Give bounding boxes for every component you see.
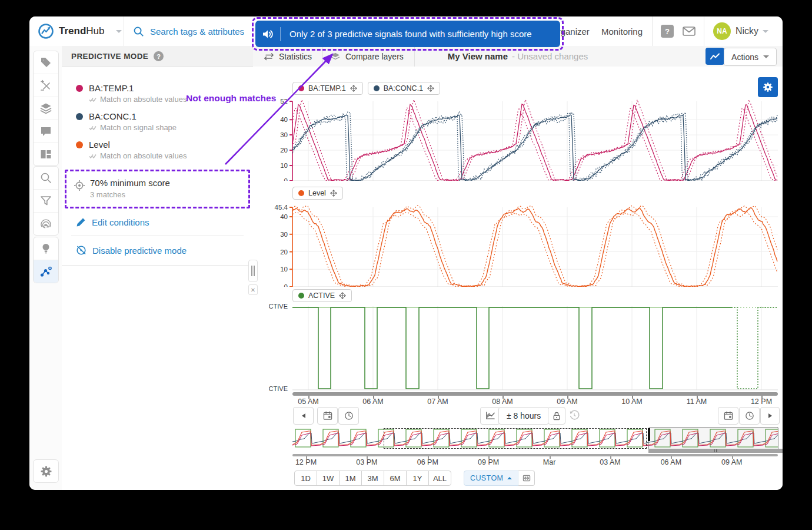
global-search[interactable] [133, 16, 272, 46]
selector-left-handle[interactable] [648, 428, 650, 441]
lane3-legend: ACTIVE [292, 289, 352, 302]
nav-divider-1 [652, 16, 653, 46]
overview-label: Mar [533, 458, 566, 466]
tags-tool-button[interactable] [34, 51, 58, 74]
user-menu[interactable]: Nicky [736, 16, 768, 46]
splitter-grip-icon[interactable] [248, 260, 258, 282]
trend-view-button[interactable] [705, 48, 724, 65]
step-forward-button[interactable] [760, 407, 780, 425]
layout-grid-icon [39, 148, 52, 161]
panel-header: PREDICTIVE MODE ? [62, 46, 253, 67]
end-date-button[interactable] [718, 407, 738, 425]
start-date-button[interactable] [317, 407, 338, 425]
layers-tool-button[interactable] [34, 97, 58, 120]
x-axis-label: 05 AM [291, 398, 326, 406]
trendhub-logo-icon [38, 23, 54, 39]
lock-duration-button[interactable] [548, 407, 565, 425]
panel-splitter[interactable]: ✕ [248, 260, 258, 295]
overview-label: 03 PM [350, 458, 383, 466]
notification-banner[interactable]: Only 2 of 3 predictive signals found wit… [255, 21, 560, 47]
banner-message: Only 2 of 3 predictive signals found wit… [281, 29, 541, 39]
chart-lane-level[interactable]: 45.4403020100 [269, 203, 778, 287]
x-axis-label: 12 PM [744, 398, 779, 406]
range-button-1d[interactable]: 1D [294, 471, 317, 486]
overview-label: 12 PM [289, 458, 322, 466]
predictive-mode-tool-button[interactable] [34, 260, 58, 283]
rail-group-data [33, 51, 59, 166]
avatar: NA [713, 22, 731, 40]
x-axis-labels: 05 AM06 AM07 AM08 AM09 AM10 AM11 AM12 PM [253, 398, 783, 407]
left-arrow-icon [301, 413, 306, 419]
search-icon [133, 26, 144, 37]
move-icon [350, 85, 357, 92]
double-check-icon [89, 153, 97, 159]
minimum-score-setting[interactable]: 70% minimum score 3 matches [65, 170, 250, 208]
edit-conditions-link[interactable]: Edit conditions [62, 208, 253, 227]
layout-tool-button[interactable] [34, 143, 58, 165]
nav-monitoring[interactable]: Monitoring [601, 16, 643, 46]
svg-text:30: 30 [280, 231, 288, 238]
brand-caret-icon[interactable] [116, 30, 122, 36]
messages-button[interactable] [682, 16, 696, 46]
user-avatar[interactable]: NA [713, 16, 731, 46]
range-button-3m[interactable]: 3M [361, 471, 384, 486]
end-time-button[interactable] [739, 407, 760, 425]
chart-lane-active-condition[interactable]: ACTIVEINACTIVE [269, 302, 778, 394]
chart-lane-temp-conc[interactable]: 52403020100 [269, 97, 778, 181]
start-time-button[interactable] [338, 407, 359, 425]
range-button-6m[interactable]: 6M [384, 471, 407, 486]
time-range-buttons: 1D1W1M3M6M1YALL CUSTOM [294, 471, 535, 486]
tab-compare-layers-label: Compare layers [345, 52, 404, 61]
signal-match-mode: Match on signal shape [100, 123, 177, 132]
step-back-button[interactable] [293, 407, 314, 425]
overview-label: 09 PM [472, 458, 505, 466]
x-axis-scrollbar[interactable] [292, 392, 778, 396]
actions-label: Actions [731, 52, 758, 62]
help-icon: ? [661, 25, 674, 38]
brand-block[interactable]: TrendHub [38, 16, 122, 46]
series-dot [298, 85, 304, 91]
legend-chip-level[interactable]: Level [292, 187, 343, 200]
help-button[interactable]: ? [661, 16, 674, 46]
filter-tool-button[interactable] [34, 189, 58, 212]
history-button[interactable] [568, 409, 580, 423]
expand-icon [523, 475, 531, 482]
chart-settings-button[interactable] [758, 77, 778, 97]
panel-help-icon[interactable]: ? [154, 51, 164, 61]
legend-chip-active[interactable]: ACTIVE [292, 289, 352, 302]
actions-button[interactable]: Actions [724, 48, 777, 66]
formula-tool-button[interactable] [34, 74, 58, 97]
fingerprint-icon [39, 217, 52, 230]
comments-tool-button[interactable] [34, 120, 58, 143]
range-button-1m[interactable]: 1M [339, 471, 362, 486]
signal-row-level[interactable]: Level Match on absolute values [62, 132, 253, 160]
legend-chip-ba-temp-1[interactable]: BA:TEMP.1 [292, 82, 363, 95]
range-button-1y[interactable]: 1Y [406, 471, 429, 486]
ideas-tool-button[interactable] [34, 237, 58, 260]
custom-range-button[interactable]: CUSTOM [464, 471, 518, 486]
overview-label: 03 AM [594, 458, 627, 466]
disable-predictive-mode-link[interactable]: Disable predictive mode [62, 236, 253, 256]
compare-layers-icon [330, 51, 341, 62]
view-name: My View name [448, 51, 508, 61]
svg-text:0: 0 [284, 283, 288, 287]
expand-range-button[interactable] [518, 471, 535, 486]
range-button-all[interactable]: ALL [428, 471, 451, 486]
x-axis-label: 07 AM [420, 398, 455, 406]
search-tool-button[interactable] [34, 167, 58, 189]
range-button-1w[interactable]: 1W [317, 471, 340, 486]
signal-row-ba-conc-1[interactable]: BA:CONC.1 Match on signal shape [62, 104, 253, 132]
overview-scrollbar[interactable] [648, 449, 783, 453]
target-icon [74, 180, 85, 194]
edit-conditions-label: Edit conditions [92, 217, 149, 227]
duration-button[interactable]: ± 8 hours [498, 407, 549, 425]
settings-button[interactable] [33, 459, 59, 483]
fingerprint-tool-button[interactable] [34, 212, 58, 235]
legend-chip-ba-conc-1[interactable]: BA:CONC.1 [368, 82, 440, 95]
auto-scale-button[interactable] [480, 407, 500, 425]
right-arrow-icon [768, 413, 773, 419]
display-range-selector[interactable] [648, 427, 778, 449]
splitter-close-icon[interactable]: ✕ [248, 284, 258, 295]
overview-strip[interactable] [292, 428, 778, 448]
move-icon [339, 292, 346, 299]
